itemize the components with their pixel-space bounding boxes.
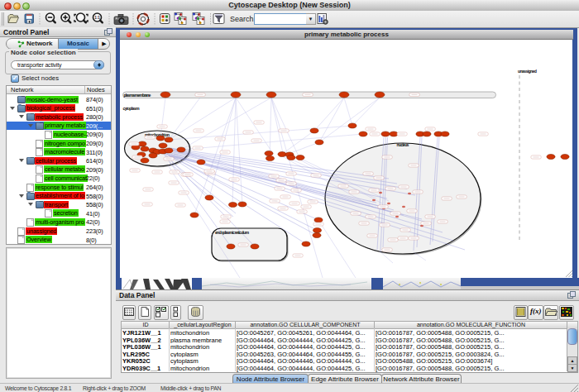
svg-text:unassigned: unassigned	[518, 69, 537, 74]
svg-text:plasma membrane: plasma membrane	[124, 93, 151, 98]
svg-text:cytoplasm: cytoplasm	[123, 106, 140, 111]
svg-text:1:1: 1:1	[94, 16, 100, 20]
svg-text:nucleus: nucleus	[397, 142, 409, 147]
